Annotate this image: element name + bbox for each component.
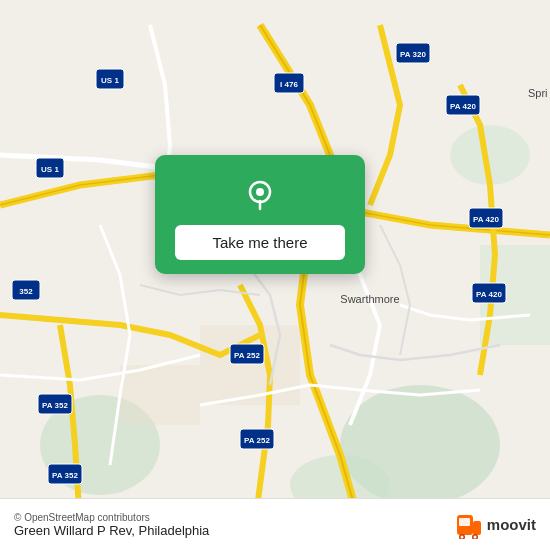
moovit-icon <box>455 511 483 539</box>
copyright-text: © OpenStreetMap contributors Green Willa… <box>14 512 209 538</box>
svg-rect-42 <box>459 518 470 526</box>
svg-text:PA 252: PA 252 <box>244 436 270 445</box>
svg-text:Swarthmore: Swarthmore <box>340 293 399 305</box>
location-popup: Take me there <box>155 155 365 274</box>
svg-text:US 1: US 1 <box>101 76 119 85</box>
svg-text:PA 320: PA 320 <box>400 50 426 59</box>
svg-rect-37 <box>473 521 481 535</box>
location-pin-icon <box>238 173 282 217</box>
moovit-label: moovit <box>487 516 536 533</box>
take-me-there-button[interactable]: Take me there <box>175 225 345 260</box>
svg-text:PA 420: PA 420 <box>473 215 499 224</box>
svg-text:PA 420: PA 420 <box>450 102 476 111</box>
bottom-bar: © OpenStreetMap contributors Green Willa… <box>0 498 550 550</box>
svg-text:352: 352 <box>19 287 33 296</box>
place-name: Green Willard P Rev, Philadelphia <box>14 523 209 538</box>
svg-point-41 <box>473 535 476 538</box>
bottom-left-section: © OpenStreetMap contributors Green Willa… <box>14 512 209 538</box>
svg-rect-6 <box>120 365 200 425</box>
svg-text:Spri: Spri <box>528 87 548 99</box>
svg-text:PA 352: PA 352 <box>52 471 78 480</box>
svg-text:PA 420: PA 420 <box>476 290 502 299</box>
svg-text:US 1: US 1 <box>41 165 59 174</box>
map-container: US 1 US 1 PA 320 I 476 PA 420 PA 420 PA … <box>0 0 550 550</box>
svg-text:I 476: I 476 <box>280 80 298 89</box>
svg-text:PA 352: PA 352 <box>42 401 68 410</box>
moovit-logo: moovit <box>455 511 536 539</box>
svg-text:PA 252: PA 252 <box>234 351 260 360</box>
svg-point-35 <box>256 188 264 196</box>
svg-point-39 <box>460 535 463 538</box>
map-roads: US 1 US 1 PA 320 I 476 PA 420 PA 420 PA … <box>0 0 550 550</box>
